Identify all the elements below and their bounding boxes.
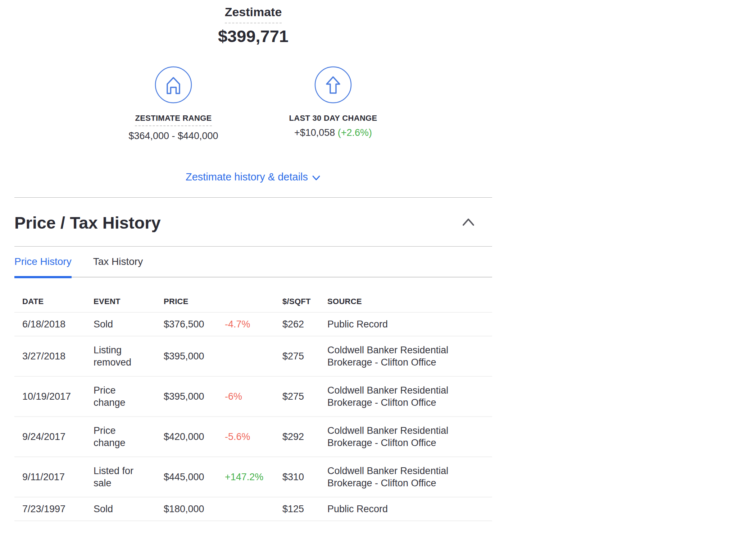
chevron-down-icon (312, 173, 321, 183)
cell-event: Price change (94, 384, 164, 409)
cell-price: $420,000 (164, 431, 225, 443)
cell-source: Coldwell Banker Residential Brokerage - … (327, 424, 492, 449)
collapse-section-button[interactable] (460, 216, 476, 229)
cell-percent-change: -6% (225, 390, 282, 403)
zestimate-range-value: $364,000 - $440,000 (94, 130, 253, 142)
table-row: 9/11/2017 Listed for sale $445,000 +147.… (14, 457, 492, 497)
cell-price-per-sqft: $310 (282, 471, 327, 483)
change-percent: (+2.6%) (338, 127, 372, 138)
cell-event: Sold (94, 318, 164, 330)
cell-event: Sold (94, 503, 164, 515)
cell-price: $180,000 (164, 503, 225, 515)
zestimate-history-details-link[interactable]: Zestimate history & details (14, 171, 492, 183)
cell-price: $445,000 (164, 471, 225, 483)
cell-price: $395,000 (164, 350, 225, 362)
table-row: 9/24/2017 Price change $420,000 -5.6% $2… (14, 417, 492, 457)
arrow-up-icon (253, 66, 413, 105)
cell-price-per-sqft: $262 (282, 318, 327, 330)
header-price: PRICE (164, 295, 225, 308)
price-tax-history-title: Price / Tax History (14, 213, 492, 233)
cell-price: $395,000 (164, 390, 225, 403)
zestimate-stats: ZESTIMATE RANGE $364,000 - $440,000 LAST… (14, 66, 492, 142)
cell-date: 3/27/2018 (22, 350, 94, 362)
last-30-day-change-label: LAST 30 DAY CHANGE (289, 114, 377, 123)
last-30-day-change-value: +$10,058 (+2.6%) (253, 127, 413, 138)
cell-date: 10/19/2017 (22, 390, 94, 403)
zestimate-value: $399,771 (14, 26, 492, 46)
cell-source: Coldwell Banker Residential Brokerage - … (327, 465, 492, 489)
header-sqft: $/SQFT (282, 295, 327, 308)
cell-source: Public Record (327, 503, 492, 515)
table-row: 10/19/2017 Price change $395,000 -6% $27… (14, 377, 492, 417)
cell-percent-change: -5.6% (225, 431, 282, 443)
cell-price-per-sqft: $275 (282, 350, 327, 362)
cell-price: $376,500 (164, 318, 225, 330)
home-icon (94, 66, 253, 105)
zestimate-panel: Zestimate $399,771 ZESTIMATE RANGE $364,… (14, 0, 492, 521)
cell-source: Public Record (327, 318, 492, 330)
cell-price-per-sqft: $125 (282, 503, 327, 515)
tab-tax-history[interactable]: Tax History (93, 256, 143, 277)
section-divider-bottom (14, 246, 492, 247)
cell-price-per-sqft: $275 (282, 390, 327, 403)
header-date: DATE (22, 295, 94, 308)
cell-date: 6/18/2018 (22, 318, 94, 330)
table-header-row: DATE EVENT PRICE $/SQFT SOURCE (14, 295, 492, 313)
history-tabs: Price History Tax History (14, 256, 492, 277)
cell-price-per-sqft: $292 (282, 431, 327, 443)
cell-date: 9/11/2017 (22, 471, 94, 483)
tab-price-history[interactable]: Price History (14, 256, 72, 277)
header-source: SOURCE (327, 295, 492, 308)
cell-percent-change: +147.2% (225, 471, 282, 483)
cell-event: Listing removed (94, 344, 164, 368)
cell-date: 9/24/2017 (22, 431, 94, 443)
last-30-day-change-stat: LAST 30 DAY CHANGE +$10,058 (+2.6%) (253, 66, 413, 142)
cell-event: Listed for sale (94, 465, 164, 489)
cell-source: Coldwell Banker Residential Brokerage - … (327, 384, 492, 409)
cell-percent-change: -4.7% (225, 318, 282, 330)
table-row: 6/18/2018 Sold $376,500 -4.7% $262 Publi… (14, 313, 492, 336)
table-row: 7/23/1997 Sold $180,000 $125 Public Reco… (14, 497, 492, 521)
price-history-table: DATE EVENT PRICE $/SQFT SOURCE 6/18/2018… (14, 295, 492, 521)
table-body: 6/18/2018 Sold $376,500 -4.7% $262 Publi… (14, 313, 492, 521)
table-row: 3/27/2018 Listing removed $395,000 $275 … (14, 336, 492, 377)
zestimate-label: Zestimate (225, 5, 282, 23)
chevron-up-icon (460, 216, 476, 228)
cell-event: Price change (94, 424, 164, 449)
zestimate-range-label: ZESTIMATE RANGE (135, 114, 212, 126)
zestimate-range-stat: ZESTIMATE RANGE $364,000 - $440,000 (94, 66, 253, 142)
cell-source: Coldwell Banker Residential Brokerage - … (327, 344, 492, 368)
header-event: EVENT (94, 295, 164, 308)
cell-date: 7/23/1997 (22, 503, 94, 515)
